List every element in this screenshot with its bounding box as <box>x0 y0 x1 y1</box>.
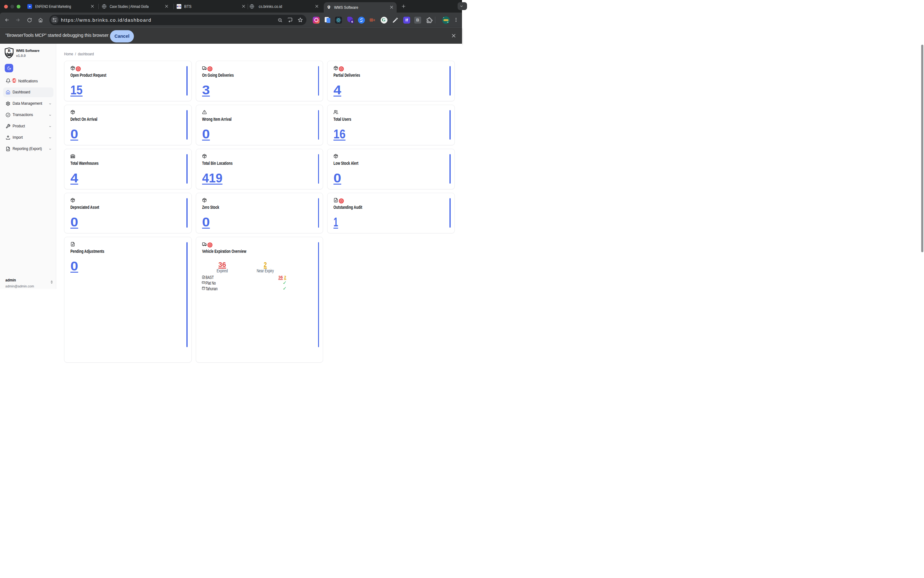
svg-text:B: B <box>328 6 330 8</box>
svg-text:B: B <box>8 48 11 52</box>
